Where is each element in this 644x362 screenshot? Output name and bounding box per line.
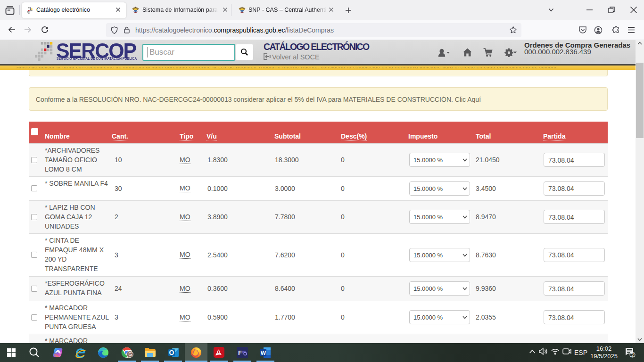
svg-text:F: F [238,349,242,356]
svg-text:2: 2 [631,353,634,358]
svg-text:W: W [261,350,266,356]
svg-text:O: O [169,349,174,356]
